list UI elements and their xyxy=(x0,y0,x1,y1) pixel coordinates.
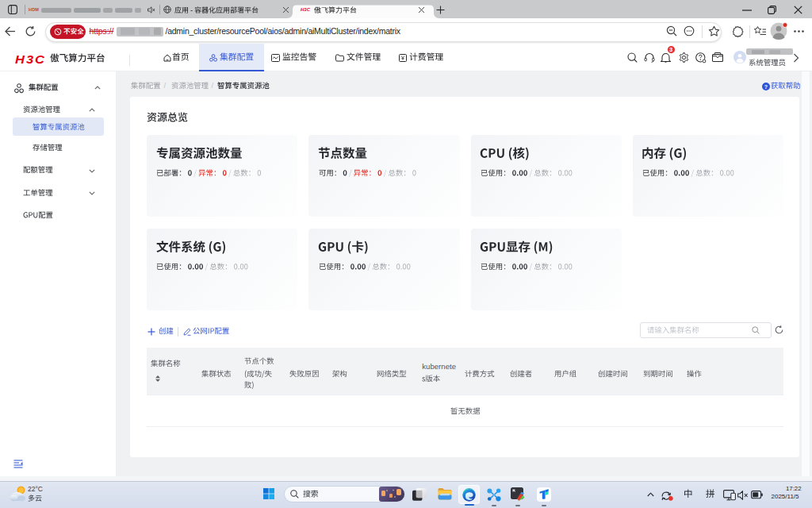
svg-text:?: ? xyxy=(764,83,768,89)
